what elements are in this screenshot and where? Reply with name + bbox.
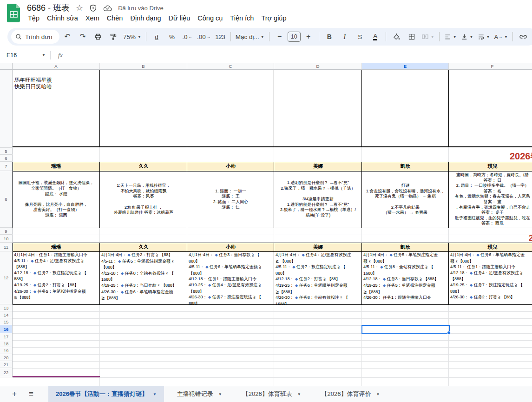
cell-name-header[interactable]: 美娜	[274, 243, 362, 251]
cell-name-header[interactable]: 美娜	[274, 162, 362, 171]
cell-name-header[interactable]: 琪兒	[449, 162, 532, 171]
row-header-9[interactable]: 9	[0, 228, 13, 235]
cell-riddle[interactable]: 灯谜1.會走沒有腿，會吃沒有嘴，過河沒有水，死了沒有鬼（猜一物品） → 象棋2.…	[362, 171, 449, 228]
number-format-button[interactable]: 123	[213, 31, 228, 43]
search-menus-input[interactable]: Trình đơn	[11, 30, 59, 44]
document-title[interactable]: 6686 - 班表	[27, 2, 70, 13]
row-header-10[interactable]: 10	[0, 235, 13, 243]
sheet-tab-active[interactable]: 2026春节【活動一：直播猜灯谜】 ▼	[48, 386, 164, 402]
menu-file[interactable]: Tệp	[24, 13, 43, 23]
sheet-tab[interactable]: 主播犯错记录 ▼	[170, 386, 230, 402]
increase-decimal-button[interactable]: .00→	[195, 31, 212, 43]
row-header-22[interactable]: 22	[0, 368, 13, 377]
row-header-14[interactable]: 14	[0, 311, 13, 318]
cell-name-header[interactable]: 久久	[100, 243, 187, 251]
row-header-16[interactable]: 16	[0, 325, 13, 333]
cell-name-header[interactable]: 瑶瑶	[13, 243, 100, 251]
column-header-F[interactable]: F	[449, 63, 532, 70]
menu-view[interactable]: Xem	[82, 13, 103, 23]
print-button[interactable]	[91, 31, 105, 43]
cell-name-header[interactable]: 凯欣	[362, 243, 449, 251]
sheet-tab-menu-icon[interactable]: ▼	[376, 392, 380, 396]
sheet-tab-menu-icon[interactable]: ▼	[297, 392, 301, 396]
font-family-select[interactable]: Mặc đị...▼	[234, 31, 266, 43]
cell-red-title-bottom[interactable]: 2	[529, 233, 532, 243]
merge-cells-button[interactable]: ▼	[420, 31, 436, 43]
undo-button[interactable]: ↶	[60, 31, 75, 43]
cell-riddle[interactable]: 圓圓肚子裡，裝滿金銀財，進火洗個澡，全家笑開懷。（打一食物）謎底： 水餃像月亮圓…	[13, 171, 100, 228]
cloud-saved-icon[interactable]	[103, 5, 112, 12]
column-header-D[interactable]: D	[274, 63, 362, 70]
cell-task-schedule[interactable]: 4月1日-4日： ◆ 任务3：当日存款 ≧ 【888】4/5-11： ◆ 任务6…	[187, 251, 274, 304]
spreadsheet-grid[interactable]: 馬年旺旺福星照快樂日日笑哈哈 2026春 2 瑶瑶 久久 小帅 美娜 凯欣 琪兒…	[0, 63, 532, 386]
name-box[interactable]: E16 ▼	[0, 52, 46, 59]
sheet-tab-menu-icon[interactable]: ▼	[153, 392, 157, 396]
star-icon[interactable]: ☆	[76, 4, 83, 12]
saved-status[interactable]: Đã lưu vào Drive	[118, 5, 164, 12]
row-header-5[interactable]: 5	[0, 148, 13, 155]
cell-task-schedule[interactable]: 4月1日-4日： ◆ 任务5：单笔投注指定金额 ≧【888】4/5-11： ◆ …	[362, 251, 449, 304]
column-header-C[interactable]: C	[187, 63, 274, 70]
decrease-font-size-button[interactable]: −	[272, 31, 287, 43]
currency-format-button[interactable]: đ	[149, 31, 164, 43]
row-header-18[interactable]: 18	[0, 340, 13, 347]
cell-banner-greeting[interactable]: 馬年旺旺福星照快樂日日笑哈哈	[14, 77, 52, 90]
text-color-button[interactable]: A	[373, 33, 377, 40]
column-header-E[interactable]: E	[362, 63, 449, 70]
cell-name-header[interactable]: 凯欣	[362, 162, 449, 171]
cell-name-header[interactable]: 久久	[100, 162, 187, 171]
cell-task-schedule[interactable]: 4月1日-4日：任务1：跟随主播输入口令4/5-11： ◆ 任务4：足/篮总有效…	[13, 251, 100, 304]
row-header-6[interactable]: 6	[0, 155, 13, 162]
cell-riddle[interactable]: 畫時圓，寫時方；冬時短，夏時長。(猜答案： 日2. 題目： 一口咬掉多半截。（猜…	[449, 171, 532, 228]
text-wrap-button[interactable]: ▼	[476, 31, 492, 43]
borders-button[interactable]	[404, 31, 419, 43]
insert-link-button[interactable]	[516, 31, 531, 43]
row-header-13[interactable]: 13	[0, 304, 13, 311]
percent-format-button[interactable]: %	[164, 31, 179, 43]
menu-data[interactable]: Dữ liệu	[165, 13, 194, 23]
cell-riddle[interactable]: 1:天上一只鸟，用线拴得牢，不怕大风吹，就怕细雨飘答案：风筝2:红红果子棍上挂 …	[100, 171, 187, 228]
move-shield-icon[interactable]	[89, 4, 97, 12]
selected-cell-E16[interactable]	[361, 325, 450, 334]
add-sheet-button[interactable]: +	[7, 386, 22, 402]
row-header-7[interactable]: 7	[0, 162, 13, 171]
menu-format[interactable]: Định dạng	[126, 13, 164, 23]
sheet-tab-menu-icon[interactable]: ▼	[218, 392, 222, 396]
text-rotation-button[interactable]: A→▼	[492, 31, 510, 43]
select-all-corner[interactable]	[0, 63, 13, 70]
menu-help[interactable]: Trợ giúp	[257, 13, 290, 23]
row-header-17[interactable]: 17	[0, 333, 13, 340]
cell-task-schedule[interactable]: 4月1日-4日： ◆ 任务6：单笔晒单指定金额 ≧【888】4/5-11： 任务…	[449, 251, 532, 304]
decrease-decimal-button[interactable]: .0←	[180, 31, 195, 43]
strikethrough-button[interactable]: S	[353, 31, 368, 43]
all-sheets-button[interactable]: ≡	[23, 386, 39, 402]
cell-name-header[interactable]: 瑶瑶	[13, 162, 100, 171]
italic-button[interactable]: I	[337, 31, 352, 43]
menu-edit[interactable]: Chỉnh sửa	[43, 13, 82, 23]
column-header-B[interactable]: B	[100, 63, 187, 70]
fill-handle[interactable]	[447, 331, 451, 335]
row-header-19[interactable]: 19	[0, 347, 13, 354]
redo-button[interactable]: ↷	[75, 31, 90, 43]
fill-color-button[interactable]	[389, 31, 404, 43]
row-header-20[interactable]: 20	[0, 354, 13, 361]
paint-format-button[interactable]	[106, 31, 121, 43]
zoom-select[interactable]: 75%▼	[121, 31, 143, 43]
sheet-tab[interactable]: 【2026】体育班表 ▼	[235, 386, 309, 402]
vertical-align-button[interactable]: ▼	[459, 31, 475, 43]
row-header-21[interactable]: 21	[0, 361, 13, 368]
bold-button[interactable]: B	[322, 31, 337, 43]
cell-name-header[interactable]: 琪兒	[449, 243, 532, 251]
menu-extensions[interactable]: Tiện ích	[226, 13, 257, 23]
row-header-8[interactable]: 8	[0, 171, 13, 228]
sheet-tab[interactable]: 【2026】体育评价 ▼	[314, 386, 388, 402]
column-header-A[interactable]: A	[13, 63, 100, 70]
cell-task-schedule[interactable]: 4月1日-4日： ◆ 任务4：足/篮总有效投注≧ 【888】4/5-11： ◆ …	[274, 251, 362, 304]
row-header-12[interactable]: 12	[0, 251, 13, 304]
sheets-logo-icon[interactable]	[7, 4, 21, 22]
font-size-input[interactable]: 10	[288, 32, 301, 42]
cell-red-title-top[interactable]: 2026春	[510, 150, 532, 163]
row-header-11[interactable]: 11	[0, 243, 13, 251]
cell-name-header[interactable]: 小帅	[187, 162, 274, 171]
menu-tools[interactable]: Công cụ	[194, 13, 226, 23]
